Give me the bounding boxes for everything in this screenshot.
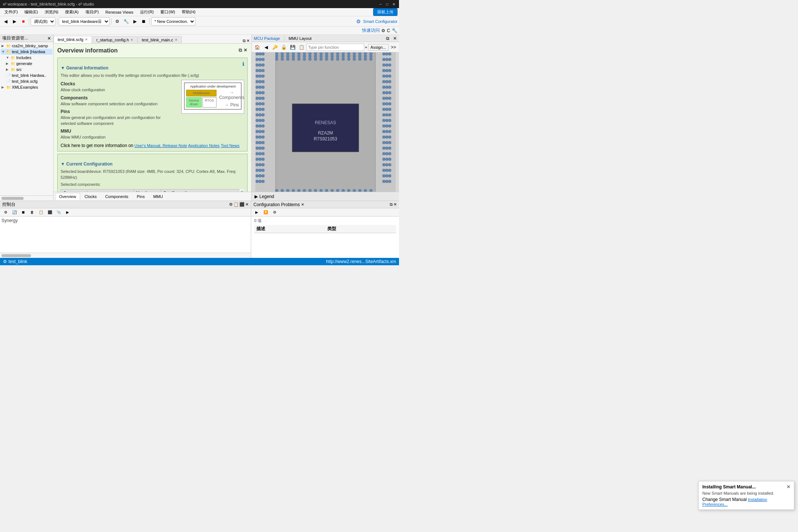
problems-close-tab[interactable]: ✕ [301, 202, 304, 207]
quickaccess-icon1[interactable]: ⚙ [381, 28, 385, 33]
toolbar-stop[interactable]: ■ [19, 17, 27, 25]
tab-mmu[interactable]: MMU [149, 193, 167, 200]
link-manual[interactable]: User's Manual, Release Note [134, 143, 187, 148]
tree-arrow: ▶ [1, 44, 5, 48]
pin-function-search[interactable] [306, 44, 364, 51]
toolbar-icon3[interactable]: ▶ [131, 17, 139, 25]
link-appnotes[interactable]: Application Notes [188, 143, 220, 148]
smart-configurator-label[interactable]: Smart Configurator [363, 19, 398, 24]
hardware-dropdown[interactable]: test_blink Hardware☰ [59, 17, 110, 25]
debug-dropdown[interactable]: 调试(B) [31, 17, 55, 25]
menu-search[interactable]: 搜索(A) [62, 8, 82, 16]
overview-expand-icon[interactable]: ⧉ [239, 47, 242, 53]
toolbar-icon1[interactable]: ⚙ [113, 17, 121, 25]
mcu-back-icon[interactable]: ◀ [262, 43, 270, 51]
mcu-export-icon[interactable]: 📋 [297, 43, 306, 51]
editor-maximize-icon[interactable]: ⧉ [243, 38, 246, 43]
minimize-btn[interactable]: ─ [378, 2, 383, 6]
problems-btn2[interactable]: 🔽 [262, 208, 270, 216]
tab-clocks[interactable]: Clocks [81, 193, 101, 200]
tree-item-testblink[interactable]: ▼ 📁 test_blink [Hardwa [1, 49, 52, 55]
tree-label: test_blink Hardwa.. [12, 73, 47, 78]
assign-btn[interactable]: Assign... [368, 44, 389, 51]
mcu-next-icon[interactable]: >> [389, 43, 398, 51]
menu-edit[interactable]: 编辑(E) [21, 8, 41, 16]
tree-item-rza2m[interactable]: ▶ 📁 rza2m_blinky_samp [1, 43, 52, 49]
menu-browse[interactable]: 浏览(N) [42, 8, 61, 16]
tab-main[interactable]: test_blink_main.c ✕ [138, 36, 182, 43]
tab-components[interactable]: Components [101, 193, 132, 200]
smart-config-icon[interactable]: ⚙ [354, 17, 362, 25]
menu-file[interactable]: 文件(F) [1, 8, 21, 16]
mmu-title: MMU [61, 129, 244, 134]
toolbar-icon2[interactable]: 🔧 [122, 17, 130, 25]
quickaccess-label[interactable]: 快速访问 [362, 27, 380, 34]
tab-pins[interactable]: Pins [133, 193, 149, 200]
console-toolbar-icon4[interactable]: ✕ [245, 202, 249, 207]
status-icon: ⚙ [3, 259, 7, 264]
mcu-home-icon[interactable]: 🏠 [253, 43, 261, 51]
info-icon[interactable]: ℹ [242, 61, 244, 67]
tree-item-xmlexamples[interactable]: ▶ 📁 XMLExamples [1, 84, 52, 90]
console-btn3[interactable]: ⏹ [19, 208, 27, 216]
mcu-key-icon[interactable]: 🔑 [271, 43, 279, 51]
tree-item-hardware[interactable]: 📄 test_blink Hardwa.. [1, 72, 52, 78]
mmu-layout-title[interactable]: MMU Layout [289, 36, 311, 41]
console-btn2[interactable]: 🔄 [10, 208, 18, 216]
console-btn1[interactable]: ⚙ [1, 208, 10, 216]
connection-dropdown[interactable]: * New Connection... [151, 17, 195, 25]
close-btn[interactable]: ✕ [392, 2, 396, 6]
problems-max-icon[interactable]: ⧉ [390, 202, 393, 207]
mcu-package-title[interactable]: MCU Package [254, 36, 280, 41]
menu-run[interactable]: 运行(R) [137, 8, 157, 16]
console-title: 控制台 [2, 201, 16, 208]
tree-item-scfg[interactable]: 📄 test_blink.scfg [1, 78, 52, 84]
legend-bar[interactable]: ▶ Legend [252, 192, 399, 201]
problems-btn1[interactable]: ▶ [253, 208, 261, 216]
console-btn7[interactable]: 📎 [55, 208, 63, 216]
tree-item-includes[interactable]: ▼ 📁 Includes [1, 55, 52, 61]
problems-close-icon[interactable]: ✕ [393, 202, 397, 207]
svg-point-12 [308, 52, 311, 55]
console-toolbar-icon1[interactable]: ⚙ [229, 202, 233, 207]
tab-startup[interactable]: r_startup_config.h ✕ [92, 36, 137, 43]
overview-close-icon[interactable]: ✕ [243, 47, 248, 53]
toolbar-forward[interactable]: ▶ [10, 17, 18, 25]
link-toolnews[interactable]: Tool News [221, 143, 239, 148]
svg-point-126 [256, 119, 259, 122]
console-toolbar-icon2[interactable]: 📋 [233, 202, 239, 207]
console-btn5[interactable]: 📋 [37, 208, 45, 216]
mcu-save-icon[interactable]: 💾 [289, 43, 297, 51]
tab-overview[interactable]: Overview [55, 193, 80, 200]
console-btn6[interactable]: ⬛ [46, 208, 54, 216]
maximize-btn[interactable]: □ [385, 2, 389, 6]
console-btn4[interactable]: 🗑 [28, 208, 36, 216]
console-btn8[interactable]: ▶ [64, 208, 72, 216]
editor-close-icon[interactable]: ✕ [246, 38, 250, 43]
svg-point-121 [256, 91, 259, 94]
console-toolbar-icon3[interactable]: ⬛ [239, 202, 245, 207]
tab-scfg-close[interactable]: ✕ [85, 38, 88, 41]
titlebar: e² workspace - test_blink/test_blink.scf… [0, 0, 399, 8]
menu-help[interactable]: 帮助(H) [179, 8, 198, 16]
tree-item-src[interactable]: ▶ 📁 src [1, 66, 52, 72]
tab-scfg[interactable]: test_blink.scfg ✕ [54, 36, 92, 43]
panel-maximize-icon[interactable]: ⧉ [386, 36, 389, 41]
toolbar-back[interactable]: ◀ [1, 17, 10, 25]
panel-close-icon[interactable]: ✕ [47, 36, 51, 41]
quickaccess-icon2[interactable]: C [387, 28, 390, 33]
svg-point-137 [256, 180, 259, 183]
quickaccess-icon3[interactable]: 🔧 [392, 28, 398, 33]
tree-item-generate[interactable]: ▶ 📁 generate [1, 61, 52, 66]
toolbar-icon4[interactable]: ⏹ [140, 17, 148, 25]
tab-startup-close[interactable]: ✕ [130, 38, 133, 42]
svg-point-36 [342, 55, 345, 58]
upload-btn[interactable]: 插桩上传 [373, 8, 398, 16]
menu-window[interactable]: 窗口(W) [157, 8, 178, 16]
tab-main-close[interactable]: ✕ [175, 38, 178, 42]
mcu-unlock-icon[interactable]: 🔓 [280, 43, 288, 51]
panel-close-icon2[interactable]: ✕ [393, 36, 397, 41]
menu-renesas[interactable]: Renesas Views [102, 9, 136, 15]
problems-btn3[interactable]: ⚙ [270, 208, 279, 216]
menu-project[interactable]: 项目(P) [82, 8, 102, 16]
